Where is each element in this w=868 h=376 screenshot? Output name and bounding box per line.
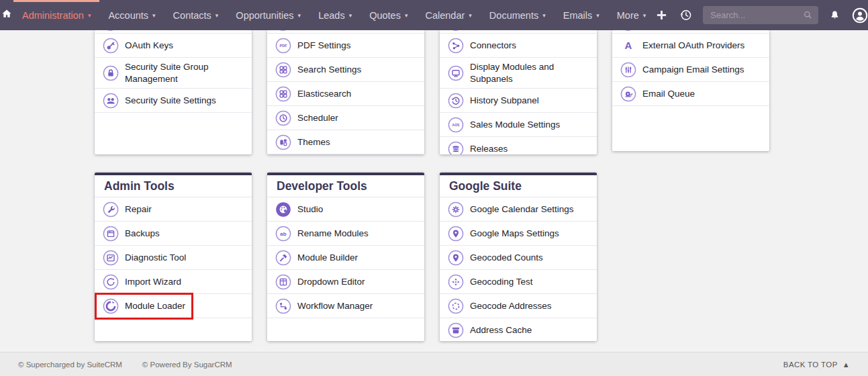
admin-link-import-wizard[interactable]: Import Wizard xyxy=(95,270,252,294)
workflow-icon xyxy=(275,298,291,314)
history-clock-icon xyxy=(448,93,464,109)
menu-item-opportunities[interactable]: Opportunities▾ xyxy=(227,0,309,30)
admin-link-history-subpanel[interactable]: History Subpanel xyxy=(440,89,597,113)
home-icon xyxy=(0,7,13,23)
themes-icon xyxy=(275,134,291,150)
admin-link-workflow-manager[interactable]: Workflow Manager xyxy=(267,294,424,318)
snail-icon xyxy=(620,86,636,102)
admin-cards-row-2: Admin ToolsRepairBackupsDiagnostic ToolI… xyxy=(95,173,868,341)
card-r1-c2: PDFPDF SettingsSearch SettingsElasticsea… xyxy=(267,30,424,154)
card-title: Admin Tools xyxy=(95,175,252,197)
chevron-down-icon: ▾ xyxy=(596,12,599,19)
admin-link-security-suite-group-management[interactable]: Security Suite Group Management xyxy=(95,58,252,89)
wrench-icon xyxy=(103,201,119,218)
admin-link-themes[interactable]: Themes xyxy=(267,130,424,154)
key-icon xyxy=(103,38,119,54)
admin-link-dropdown-editor[interactable]: Dropdown Editor xyxy=(267,270,424,294)
admin-link-elasticsearch[interactable]: Elasticsearch xyxy=(267,82,424,106)
admin-link-releases[interactable]: Releases xyxy=(440,137,597,154)
svg-text:PDF: PDF xyxy=(279,44,287,48)
admin-link-repair[interactable]: Repair xyxy=(95,197,252,222)
card-google-suite: Google SuiteGoogle Calendar SettingsGoog… xyxy=(440,173,597,341)
admin-link-security-suite-settings[interactable]: Security Suite Settings xyxy=(95,89,252,113)
sliders-icon xyxy=(620,62,636,78)
chevron-down-icon: ▾ xyxy=(349,12,352,19)
admin-link-module-builder[interactable]: Module Builder xyxy=(267,246,424,270)
geo-arrows-icon xyxy=(448,274,464,290)
main-menu: Administration▾Accounts▾Contacts▾Opportu… xyxy=(13,0,655,30)
admin-link-google-calendar-settings[interactable]: Google Calendar Settings xyxy=(440,197,597,222)
admin-panels-area: OAuth KeysSecurity Suite Group Managemen… xyxy=(0,30,868,352)
clipped-icon xyxy=(103,30,117,31)
admin-link-module-loader[interactable]: Module Loader xyxy=(95,294,252,318)
gear-icon xyxy=(448,201,464,218)
dropdown-icon xyxy=(275,274,291,290)
menu-item-accounts[interactable]: Accounts▾ xyxy=(99,0,164,30)
menu-item-calendar[interactable]: Calendar▾ xyxy=(416,0,480,30)
menu-item-emails[interactable]: Emails▾ xyxy=(554,0,608,30)
pdf-icon: PDF xyxy=(275,38,291,54)
admin-link-scheduler[interactable]: Scheduler xyxy=(267,106,424,130)
admin-link-address-cache[interactable]: Address Cache xyxy=(440,318,597,341)
menu-item-documents[interactable]: Documents▾ xyxy=(481,0,554,30)
monitor-icon xyxy=(448,65,464,81)
suitecrm-credit-link[interactable]: © Supercharged by SuiteCRM xyxy=(18,361,122,369)
admin-link-diagnostic-tool[interactable]: Diagnostic Tool xyxy=(95,246,252,270)
menu-item-contacts[interactable]: Contacts▾ xyxy=(164,0,228,30)
menu-item-quotes[interactable]: Quotes▾ xyxy=(360,0,416,30)
admin-link-external-oauth-providers[interactable]: AExternal OAuth Providers xyxy=(612,34,769,58)
admin-link-pdf-settings[interactable]: PDFPDF Settings xyxy=(267,34,424,58)
admin-link-connectors[interactable]: Connectors xyxy=(440,34,597,58)
map-pin-icon xyxy=(448,226,464,242)
quick-create-plus-icon[interactable] xyxy=(655,8,669,22)
builder-icon xyxy=(275,250,291,266)
admin-link-geocode-addresses[interactable]: Geocode Addresses xyxy=(440,294,597,318)
clock-icon xyxy=(275,110,291,126)
menu-item-administration[interactable]: Administration▾ xyxy=(13,0,99,30)
user-group-icon xyxy=(103,93,119,109)
admin-link-rename-modules[interactable]: abRename Modules xyxy=(267,222,424,246)
map-pin-icon xyxy=(448,250,464,266)
search-icon[interactable] xyxy=(802,9,814,24)
diagnostic-icon xyxy=(103,250,119,266)
svg-text:AOS: AOS xyxy=(452,122,461,126)
admin-link-geocoded-counts[interactable]: Geocoded Counts xyxy=(440,246,597,270)
admin-link-studio[interactable]: Studio xyxy=(267,197,424,222)
back-to-top-button[interactable]: BACK TO TOP ▲ xyxy=(783,361,850,369)
admin-link-campaign-email-settings[interactable]: Campaign Email Settings xyxy=(612,58,769,82)
card-title: Developer Tools xyxy=(267,175,424,197)
card-admin-tools: Admin ToolsRepairBackupsDiagnostic ToolI… xyxy=(95,173,252,341)
top-navbar: Administration▾Accounts▾Contacts▾Opportu… xyxy=(0,0,868,30)
admin-cards-row-1: OAuth KeysSecurity Suite Group Managemen… xyxy=(95,30,868,154)
oauth-a-icon: A xyxy=(620,38,636,54)
admin-link-geocoding-test[interactable]: Geocoding Test xyxy=(440,270,597,294)
home-button[interactable] xyxy=(0,0,13,30)
admin-link-sales-module-settings[interactable]: AOSSales Module Settings xyxy=(440,113,597,137)
lock-icon xyxy=(103,65,119,81)
clipped-icon xyxy=(276,30,290,31)
chevron-down-icon: ▾ xyxy=(643,12,646,19)
card-r1-c4: AExternal OAuth ProvidersCampaign Email … xyxy=(612,30,769,151)
card-r1-c3: ConnectorsDisplay Modules and SubpanelsH… xyxy=(440,30,597,154)
connector-icon xyxy=(448,38,464,54)
menu-item-leads[interactable]: Leads▾ xyxy=(309,0,360,30)
admin-link-backups[interactable]: Backups xyxy=(95,222,252,246)
sugarcrm-credit-link[interactable]: © Powered By SugarCRM xyxy=(142,361,232,369)
admin-link-display-modules-and-subpanels[interactable]: Display Modules and Subpanels xyxy=(440,58,597,89)
clipped-icon xyxy=(621,30,635,31)
recently-viewed-history-icon[interactable] xyxy=(679,8,693,22)
admin-link-google-maps-settings[interactable]: Google Maps Settings xyxy=(440,222,597,246)
admin-link-search-settings[interactable]: Search Settings xyxy=(267,58,424,82)
chevron-down-icon: ▾ xyxy=(298,12,301,19)
backup-box-icon xyxy=(103,226,119,242)
user-avatar-icon[interactable] xyxy=(851,7,868,24)
menu-item-more[interactable]: More▾ xyxy=(608,0,655,30)
module-search-icon xyxy=(275,86,291,102)
admin-link-email-queue[interactable]: Email Queue xyxy=(612,82,769,106)
chevron-down-icon: ▾ xyxy=(542,12,546,19)
card-title: Google Suite xyxy=(440,175,597,197)
notifications-bell-icon[interactable] xyxy=(828,9,841,21)
chevron-down-icon: ▾ xyxy=(88,12,91,19)
admin-link-oauth-keys[interactable]: OAuth Keys xyxy=(95,34,252,58)
page-footer: © Supercharged by SuiteCRM © Powered By … xyxy=(0,352,868,376)
